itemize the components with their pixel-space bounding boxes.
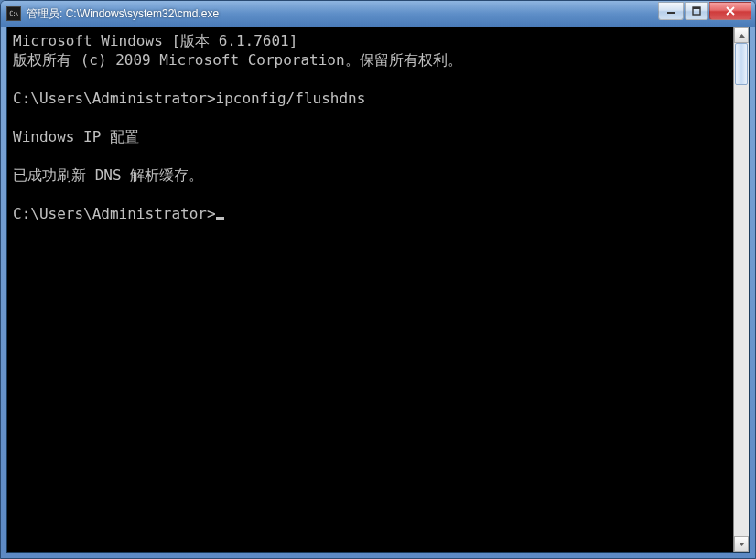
terminal-line: Microsoft Windows [版本 6.1.7601] bbox=[13, 31, 731, 50]
titlebar[interactable]: C:\ 管理员: C:\Windows\system32\cmd.exe bbox=[1, 1, 755, 27]
terminal-line: C:\Users\Administrator> bbox=[13, 204, 731, 223]
scroll-up-arrow-icon[interactable] bbox=[734, 27, 749, 43]
client-frame: Microsoft Windows [版本 6.1.7601]版权所有 (c) … bbox=[1, 27, 755, 558]
cmd-icon: C:\ bbox=[6, 6, 21, 21]
maximize-button[interactable] bbox=[685, 2, 708, 20]
terminal-line: Windows IP 配置 bbox=[13, 127, 731, 146]
svg-rect-2 bbox=[693, 7, 700, 9]
close-button[interactable] bbox=[709, 2, 751, 20]
terminal-line: 已成功刷新 DNS 解析缓存。 bbox=[13, 166, 731, 185]
vertical-scrollbar[interactable] bbox=[733, 27, 749, 552]
terminal-line bbox=[13, 185, 731, 204]
terminal-output[interactable]: Microsoft Windows [版本 6.1.7601]版权所有 (c) … bbox=[7, 27, 733, 552]
window-title: 管理员: C:\Windows\system32\cmd.exe bbox=[27, 6, 658, 22]
terminal-line: 版权所有 (c) 2009 Microsoft Corporation。保留所有… bbox=[13, 50, 731, 70]
terminal-line bbox=[13, 70, 731, 89]
terminal-line bbox=[13, 146, 731, 166]
window-controls bbox=[658, 2, 751, 20]
svg-rect-0 bbox=[667, 12, 675, 14]
scroll-thumb[interactable] bbox=[735, 43, 748, 85]
minimize-button[interactable] bbox=[658, 2, 684, 20]
terminal-line bbox=[13, 108, 731, 127]
scroll-track[interactable] bbox=[734, 43, 749, 536]
client-area: Microsoft Windows [版本 6.1.7601]版权所有 (c) … bbox=[6, 27, 750, 553]
cmd-window: C:\ 管理员: C:\Windows\system32\cmd.exe Mic… bbox=[0, 0, 756, 559]
scroll-down-arrow-icon[interactable] bbox=[734, 536, 749, 552]
cursor bbox=[216, 217, 224, 220]
terminal-line: C:\Users\Administrator>ipconfig/flushdns bbox=[13, 89, 731, 108]
